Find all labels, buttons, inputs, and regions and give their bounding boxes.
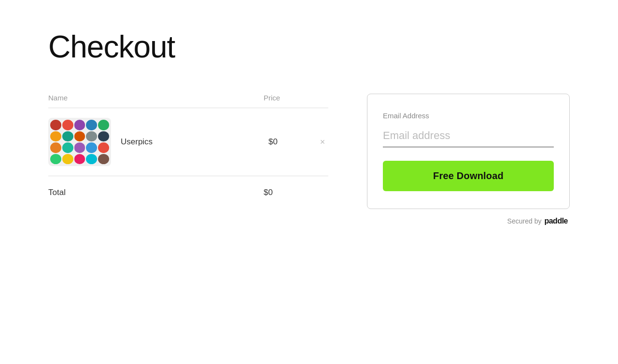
- product-row: Userpics $0 ×: [48, 108, 328, 176]
- secured-by-label: Secured by: [507, 217, 542, 225]
- avatar-2: [62, 120, 73, 130]
- avatar-1: [50, 120, 61, 130]
- avatar-13: [74, 142, 85, 153]
- avatar-4: [86, 120, 97, 130]
- page-wrapper: Checkout Name Price: [0, 0, 618, 254]
- avatar-19: [86, 154, 97, 165]
- avatar-15: [98, 142, 109, 153]
- secured-by-footer: Secured by paddle: [367, 217, 570, 225]
- avatar-8: [74, 131, 85, 142]
- avatar-18: [74, 154, 85, 165]
- avatar-5: [98, 120, 109, 130]
- avatar-11: [50, 142, 61, 153]
- product-image: [48, 118, 111, 166]
- total-value: $0: [264, 188, 312, 197]
- table-header: Name Price: [48, 94, 328, 108]
- column-header-name: Name: [48, 94, 264, 102]
- avatar-12: [62, 142, 73, 153]
- paddle-logo: paddle: [544, 217, 568, 225]
- page-title: Checkout: [48, 29, 570, 65]
- left-panel: Name Price: [48, 94, 328, 209]
- right-panel: Email Address Free Download Secured by p…: [367, 94, 570, 225]
- total-label: Total: [48, 188, 264, 197]
- avatar-7: [62, 131, 73, 142]
- avatar-20: [98, 154, 109, 165]
- main-content: Name Price: [48, 94, 570, 225]
- avatar-6: [50, 131, 61, 142]
- avatar-3: [74, 120, 85, 130]
- checkout-card: Email Address Free Download: [367, 94, 570, 209]
- avatar-10: [98, 131, 109, 142]
- column-header-price: Price: [264, 94, 312, 102]
- product-name: Userpics: [121, 137, 268, 147]
- product-price: $0: [268, 137, 317, 147]
- avatar-16: [50, 154, 61, 165]
- avatar-14: [86, 142, 97, 153]
- email-input[interactable]: [383, 126, 554, 147]
- remove-button[interactable]: ×: [317, 136, 328, 148]
- avatar-9: [86, 131, 97, 142]
- total-row: Total $0: [48, 176, 328, 209]
- free-download-button[interactable]: Free Download: [383, 161, 554, 191]
- avatar-17: [62, 154, 73, 165]
- email-label: Email Address: [383, 112, 554, 120]
